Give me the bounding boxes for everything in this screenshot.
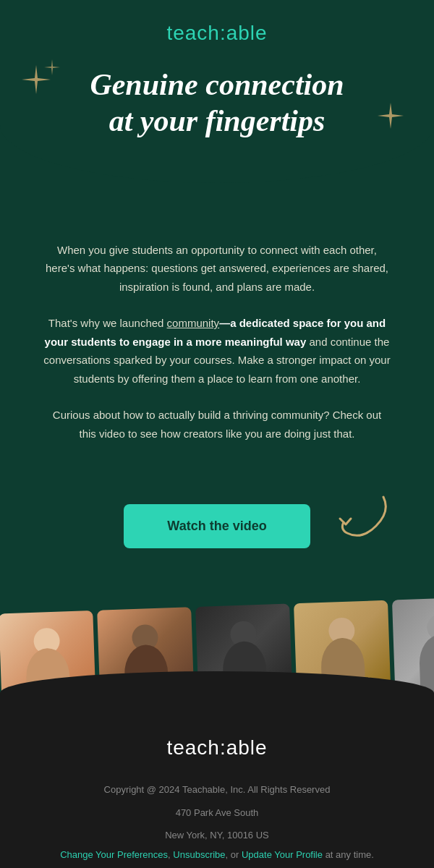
paragraph-2: That's why we launched community—a dedic… — [43, 314, 391, 388]
logo: teach:able — [43, 22, 391, 45]
body-section: When you give students an opportunity to… — [0, 212, 434, 490]
sparkle-left-icon — [22, 58, 65, 113]
wave-bottom — [0, 671, 434, 707]
hero-headline: Genuine connection at your fingertips — [43, 67, 391, 140]
button-section: Watch the video — [0, 490, 434, 592]
photos-strip — [0, 592, 434, 707]
community-link[interactable]: community — [167, 317, 220, 329]
update-profile-link[interactable]: Update Your Profile — [242, 849, 323, 860]
headline-line1: Genuine connection — [90, 68, 344, 101]
footer-logo: teach:able — [43, 736, 391, 760]
footer-address1: 470 Park Ave South — [43, 804, 391, 821]
footer-links: Change Your Preferences, Unsubscribe, or… — [43, 849, 391, 860]
paragraph-2-pre: That's why we launched — [48, 317, 167, 329]
sparkle-right-icon — [376, 101, 405, 135]
hero-section: teach:able Genuine connection at your fi… — [0, 0, 434, 212]
footer: teach:able Copyright @ 2024 Teachable, I… — [0, 707, 434, 868]
cta-button-label: Watch the video — [167, 519, 266, 533]
paragraph-1: When you give students an opportunity to… — [43, 241, 391, 297]
logo-text: teach:able — [166, 22, 267, 44]
footer-copyright: Copyright @ 2024 Teachable, Inc. All Rig… — [43, 781, 391, 798]
footer-links-suffix: at any time. — [326, 849, 374, 860]
headline-line2: at your fingertips — [109, 104, 326, 137]
watch-video-button[interactable]: Watch the video — [124, 504, 310, 548]
unsubscribe-link[interactable]: Unsubscribe — [173, 849, 225, 860]
photo-5 — [392, 597, 434, 694]
footer-address2: New York, NY, 10016 US — [43, 827, 391, 843]
preferences-link[interactable]: Change Your Preferences — [60, 849, 168, 860]
curl-decoration-icon — [326, 490, 398, 558]
hero-arch: teach:able Genuine connection at your fi… — [0, 0, 434, 183]
paragraph-3: Curious about how to actually build a th… — [43, 406, 391, 443]
